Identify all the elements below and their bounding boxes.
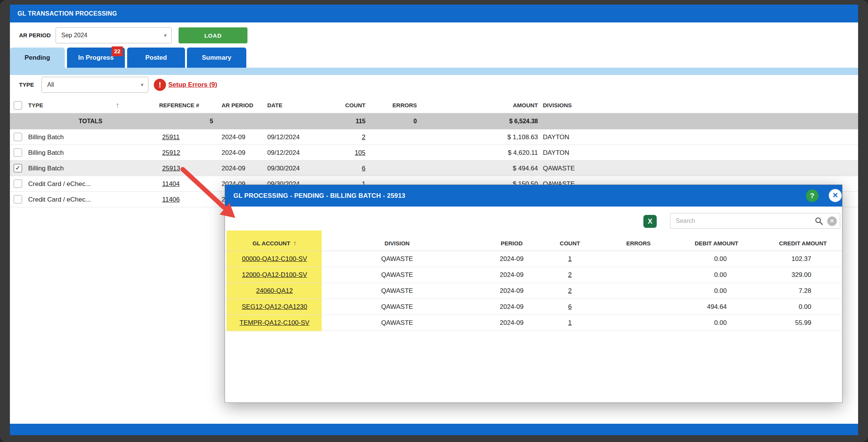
cell-credit: 102.37 (750, 251, 811, 267)
cell-division: DAYTON (543, 129, 627, 145)
reference-link[interactable]: 25911 (162, 129, 208, 145)
gl-account-link[interactable]: SEG12-QA12-QA1230 (229, 299, 320, 315)
totals-amount: $ 6,524.38 (463, 113, 538, 129)
table-row: Billing Batch 25911 2024-09 09/12/2024 2… (10, 129, 858, 145)
tab-summary[interactable]: Summary (187, 48, 246, 68)
count-link[interactable]: 2 (549, 283, 591, 299)
count-link[interactable]: 6 (318, 161, 365, 176)
tab-pending[interactable]: Pending (10, 48, 65, 68)
count-link[interactable]: 1 (549, 315, 591, 331)
cell-division: QAWASTE (543, 161, 627, 176)
col-credit-amount[interactable]: CREDIT AMOUNT (761, 236, 845, 251)
totals-errors: 0 (372, 113, 417, 129)
window-frame: GL TRANSACTION PROCESSING AR PERIOD Sep … (0, 0, 868, 442)
row-checkbox[interactable] (14, 180, 22, 188)
cell-type: Credit Card / eChec... (28, 176, 123, 192)
row-checkbox-checked[interactable]: ✓ (14, 164, 22, 172)
load-button[interactable]: LOAD (179, 27, 247, 43)
help-icon[interactable]: ? (806, 189, 819, 202)
type-filter-select[interactable]: All ▾ (41, 77, 148, 93)
cell-type: Billing Batch (28, 145, 123, 161)
cell-type: Billing Batch (28, 161, 123, 176)
cell-period: 2024-09 (469, 299, 554, 315)
count-link[interactable]: 2 (549, 267, 591, 283)
close-icon[interactable]: × (829, 189, 842, 202)
type-filter-value: All (47, 81, 54, 88)
count-link[interactable]: 2 (318, 129, 365, 145)
cell-debit: 0.00 (663, 251, 727, 267)
col-reference[interactable]: REFERENCE # (159, 97, 213, 113)
search-icon[interactable] (815, 217, 823, 225)
reference-link[interactable]: 25912 (162, 145, 208, 161)
row-checkbox[interactable] (14, 148, 22, 157)
select-all-checkbox[interactable] (14, 101, 22, 110)
reference-link[interactable]: 25913 (162, 161, 208, 176)
app-window: GL TRANSACTION PROCESSING AR PERIOD Sep … (10, 5, 858, 435)
chevron-down-icon: ▾ (140, 77, 144, 92)
chevron-down-icon: ▾ (164, 28, 167, 43)
col-errors[interactable]: ERRORS (372, 97, 417, 113)
col-type[interactable]: TYPE (28, 97, 123, 113)
col-errors[interactable]: ERRORS (617, 236, 660, 251)
gl-account-link[interactable]: 24060-QA12 (229, 283, 320, 299)
modal-title-bar: GL PROCESSING - PENDING - BILLING BATCH … (225, 185, 842, 207)
totals-row: TOTALS 5 115 0 $ 6,524.38 (10, 113, 858, 129)
gl-account-link[interactable]: 12000-QA12-D100-SV (229, 267, 320, 283)
app-header: GL TRANSACTION PROCESSING (10, 5, 858, 22)
totals-label: TOTALS (28, 113, 102, 129)
totals-count: 115 (318, 113, 365, 129)
tab-posted[interactable]: Posted (127, 48, 185, 68)
gl-account-link[interactable]: 00000-QA12-C100-SV (229, 251, 320, 267)
cell-debit: 0.00 (663, 315, 727, 331)
count-link[interactable]: 6 (549, 299, 591, 315)
col-gl-account[interactable]: GL ACCOUNT↑ (229, 236, 320, 251)
modal-table-row: 12000-QA12-D100-SV QAWASTE 2024-09 2 0.0… (225, 267, 842, 283)
modal-title: GL PROCESSING - PENDING - BILLING BATCH … (233, 192, 405, 199)
setup-errors-link[interactable]: Setup Errors (9) (168, 77, 217, 93)
cell-credit: 55.99 (750, 315, 811, 331)
sort-asc-icon[interactable]: ↑ (116, 97, 127, 113)
col-count[interactable]: COUNT (318, 97, 365, 113)
row-checkbox[interactable] (14, 133, 22, 141)
ar-period-select[interactable]: Sep 2024 ▾ (56, 27, 172, 43)
cell-period: 2024-09 (469, 251, 554, 267)
cell-amount: $ 1,108.63 (463, 129, 538, 145)
cell-division: QAWASTE (351, 283, 443, 299)
col-gl-account-label: GL ACCOUNT (252, 240, 290, 246)
count-link[interactable]: 1 (549, 251, 591, 267)
app-footer-bar (10, 424, 858, 435)
col-amount[interactable]: AMOUNT (463, 97, 538, 113)
main-table-header: TYPE ↑ REFERENCE # AR PERIOD DATE COUNT … (10, 97, 858, 113)
cell-ar-period: 2024-09 (222, 129, 263, 145)
count-link[interactable]: 105 (318, 145, 365, 161)
cell-period: 2024-09 (469, 267, 554, 283)
cell-debit: 0.00 (663, 267, 727, 283)
app-title: GL TRANSACTION PROCESSING (18, 10, 117, 17)
table-row: Billing Batch 25912 2024-09 09/12/2024 1… (10, 145, 858, 161)
reference-link[interactable]: 11406 (162, 192, 208, 207)
col-period[interactable]: PERIOD (469, 236, 554, 251)
cell-date: 09/12/2024 (267, 145, 324, 161)
col-debit-amount[interactable]: DEBIT AMOUNT (675, 236, 758, 251)
cell-credit: 0.00 (750, 299, 811, 315)
gl-processing-modal: GL PROCESSING - PENDING - BILLING BATCH … (225, 184, 842, 403)
gl-account-link[interactable]: TEMPR-QA12-C100-SV (229, 315, 320, 331)
type-filter-label: TYPE (19, 77, 34, 93)
clear-search-icon[interactable]: × (827, 216, 837, 226)
col-count[interactable]: COUNT (549, 236, 591, 251)
sort-asc-icon: ↑ (293, 240, 297, 247)
cell-date: 09/30/2024 (267, 161, 324, 176)
table-row-selected: ✓ Billing Batch 25913 2024-09 09/30/2024… (10, 161, 858, 176)
reference-link[interactable]: 11404 (162, 176, 208, 192)
col-divisions[interactable]: DIVISIONS (543, 97, 627, 113)
cell-ar-period: 2024-09 (222, 145, 263, 161)
col-division[interactable]: DIVISION (351, 236, 443, 251)
row-checkbox[interactable] (14, 195, 22, 204)
col-ar-period[interactable]: AR PERIOD (222, 97, 263, 113)
col-date[interactable]: DATE (267, 97, 324, 113)
cell-division: QAWASTE (351, 267, 443, 283)
cell-division: QAWASTE (351, 251, 443, 267)
excel-export-icon[interactable]: X (643, 215, 657, 228)
modal-table-row: 00000-QA12-C100-SV QAWASTE 2024-09 1 0.0… (225, 251, 842, 267)
cell-division: QAWASTE (351, 315, 443, 331)
